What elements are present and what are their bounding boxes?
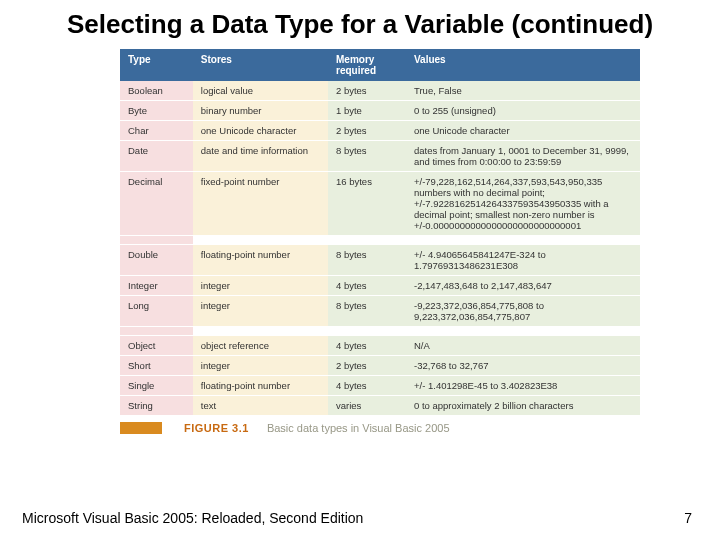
datatype-table: Type Stores Memory required Values Boole…	[120, 49, 640, 416]
values-cell: +/- 4.94065645841247E-324 to 1.797693134…	[406, 244, 640, 275]
stores-cell: one Unicode character	[193, 120, 328, 140]
stores-cell: integer	[193, 295, 328, 326]
figure-description: Basic data types in Visual Basic 2005	[267, 422, 450, 434]
table-row: Doublefloating-point number8 bytes+/- 4.…	[120, 244, 640, 275]
stores-cell: text	[193, 395, 328, 415]
values-cell: -32,768 to 32,767	[406, 355, 640, 375]
values-cell: True, False	[406, 81, 640, 101]
footer-text: Microsoft Visual Basic 2005: Reloaded, S…	[22, 510, 363, 526]
table-row: Decimalfixed-point number16 bytes+/-79,2…	[120, 171, 640, 235]
values-cell: N/A	[406, 335, 640, 355]
stores-cell: logical value	[193, 81, 328, 101]
table-row: Longinteger8 bytes-9,223,372,036,854,775…	[120, 295, 640, 326]
type-cell: Object	[120, 335, 193, 355]
header-values: Values	[406, 49, 640, 81]
type-cell: Single	[120, 375, 193, 395]
stores-cell: date and time information	[193, 140, 328, 171]
values-cell: 0 to 255 (unsigned)	[406, 100, 640, 120]
values-cell: dates from January 1, 0001 to December 3…	[406, 140, 640, 171]
memory-cell: 16 bytes	[328, 171, 406, 235]
header-stores: Stores	[193, 49, 328, 81]
memory-cell: varies	[328, 395, 406, 415]
memory-cell: 8 bytes	[328, 140, 406, 171]
memory-cell: 4 bytes	[328, 335, 406, 355]
table-gap	[120, 326, 640, 335]
memory-cell: 8 bytes	[328, 244, 406, 275]
type-cell: Byte	[120, 100, 193, 120]
type-cell: Short	[120, 355, 193, 375]
stores-cell: binary number	[193, 100, 328, 120]
table-row: Shortinteger2 bytes-32,768 to 32,767	[120, 355, 640, 375]
values-cell: -2,147,483,648 to 2,147,483,647	[406, 275, 640, 295]
values-cell: -9,223,372,036,854,775,808 to 9,223,372,…	[406, 295, 640, 326]
memory-cell: 8 bytes	[328, 295, 406, 326]
type-cell: Decimal	[120, 171, 193, 235]
datatype-figure: Type Stores Memory required Values Boole…	[120, 49, 640, 416]
table-row: Datedate and time information8 bytesdate…	[120, 140, 640, 171]
values-cell: +/- 1.401298E-45 to 3.402823E38	[406, 375, 640, 395]
values-cell: one Unicode character	[406, 120, 640, 140]
type-cell: Double	[120, 244, 193, 275]
table-row: Booleanlogical value2 bytesTrue, False	[120, 81, 640, 101]
table-gap	[120, 235, 640, 244]
figure-label: FIGURE 3.1	[184, 422, 249, 434]
memory-cell: 4 bytes	[328, 375, 406, 395]
stores-cell: floating-point number	[193, 244, 328, 275]
memory-cell: 2 bytes	[328, 355, 406, 375]
stores-cell: integer	[193, 275, 328, 295]
stores-cell: fixed-point number	[193, 171, 328, 235]
table-row: Integerinteger4 bytes-2,147,483,648 to 2…	[120, 275, 640, 295]
header-type: Type	[120, 49, 193, 81]
header-memory: Memory required	[328, 49, 406, 81]
slide-title: Selecting a Data Type for a Variable (co…	[0, 0, 720, 45]
type-cell: Date	[120, 140, 193, 171]
table-row: Charone Unicode character2 bytesone Unic…	[120, 120, 640, 140]
figure-caption: FIGURE 3.1 Basic data types in Visual Ba…	[120, 422, 720, 434]
memory-cell: 1 byte	[328, 100, 406, 120]
memory-cell: 4 bytes	[328, 275, 406, 295]
table-row: Singlefloating-point number4 bytes+/- 1.…	[120, 375, 640, 395]
stores-cell: floating-point number	[193, 375, 328, 395]
table-row: Stringtextvaries0 to approximately 2 bil…	[120, 395, 640, 415]
stores-cell: integer	[193, 355, 328, 375]
table-row: Objectobject reference4 bytesN/A	[120, 335, 640, 355]
type-cell: String	[120, 395, 193, 415]
figure-accent-bar	[120, 422, 162, 434]
memory-cell: 2 bytes	[328, 120, 406, 140]
stores-cell: object reference	[193, 335, 328, 355]
type-cell: Boolean	[120, 81, 193, 101]
type-cell: Char	[120, 120, 193, 140]
type-cell: Integer	[120, 275, 193, 295]
values-cell: 0 to approximately 2 billion characters	[406, 395, 640, 415]
page-number: 7	[684, 510, 692, 526]
table-header-row: Type Stores Memory required Values	[120, 49, 640, 81]
type-cell: Long	[120, 295, 193, 326]
memory-cell: 2 bytes	[328, 81, 406, 101]
values-cell: +/-79,228,162,514,264,337,593,543,950,33…	[406, 171, 640, 235]
table-row: Bytebinary number1 byte0 to 255 (unsigne…	[120, 100, 640, 120]
